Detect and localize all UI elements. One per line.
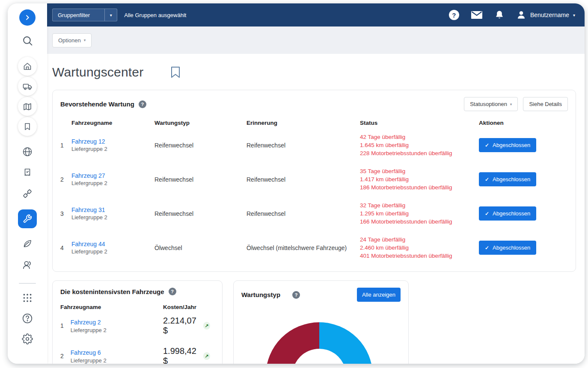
vehicle-link[interactable]: Fahrzeug 31	[71, 206, 105, 213]
vehicle-group: Liefergruppe 2	[71, 146, 154, 152]
caret-down-icon: ▾	[110, 13, 112, 18]
maintenance-type-donut[interactable]	[266, 322, 373, 364]
vehicle-group: Liefergruppe 2	[71, 214, 154, 221]
row-index: 2	[60, 176, 71, 183]
see-details-label: Siehe Details	[529, 101, 562, 107]
maintenance-type-cell: Ölwechsel	[154, 244, 246, 251]
status-cell: 42 Tage überfällig 1.645 km überfällig 2…	[360, 133, 479, 157]
cost-value: 1.998,42 $	[163, 346, 200, 364]
caret-down-icon: ▾	[84, 38, 86, 42]
trend-up-icon: ↗	[203, 322, 210, 330]
bell-icon	[494, 10, 505, 20]
column-vehicle: Fahrzeugname	[60, 304, 163, 310]
status-cell: 24 Tage überfällig 2.460 km überfällig 4…	[360, 236, 479, 260]
table-row: 2 Fahrzeug 6 Liefergruppe 2 1.998,42 $ ↗	[60, 341, 214, 364]
table-row: 1 Fahrzeug 12 Liefergruppe 2 Reifenwechs…	[60, 128, 568, 162]
help-button[interactable]: ?	[449, 10, 459, 20]
vehicle-link[interactable]: Fahrzeug 44	[71, 241, 105, 247]
vehicle-cell: Fahrzeug 44 Liefergruppe 2	[71, 241, 154, 255]
status-line: 32 Tage überfällig	[360, 201, 479, 209]
sidebar-item-help[interactable]	[22, 313, 33, 324]
complete-button[interactable]: ✓ Abgeschlossen	[479, 206, 536, 221]
globe-icon	[22, 146, 33, 157]
see-details-button[interactable]: Siehe Details	[523, 97, 568, 111]
caret-down-icon: ▾	[510, 102, 512, 106]
row-index: 4	[60, 244, 71, 251]
maintenance-type-cell: Reifenwechsel	[154, 210, 246, 217]
help-tooltip-icon[interactable]: ?	[169, 288, 176, 295]
complete-button[interactable]: ✓ Abgeschlossen	[479, 241, 536, 255]
status-line: 2.460 km überfällig	[360, 244, 479, 252]
apps-grid-icon	[22, 292, 33, 303]
sidebar-item-maintenance-active[interactable]	[18, 209, 37, 228]
status-cell: 35 Tage überfällig 1.417 km überfällig 1…	[360, 167, 479, 191]
topbar-right-group: ? Benutzername ▾	[449, 10, 575, 20]
app-window: Gruppenfilter ▾ Alle Gruppen ausgewählt …	[8, 3, 585, 364]
status-line: 35 Tage überfällig	[360, 167, 479, 175]
vehicle-group: Liefergruppe 2	[71, 327, 107, 333]
options-button[interactable]: Optionen ▾	[52, 33, 92, 47]
vehicle-link[interactable]: Fahrzeug 27	[71, 172, 105, 179]
status-line: 228 Motorbetriebsstunden überfällig	[360, 149, 479, 157]
sidebar-expand-button[interactable]	[19, 9, 36, 26]
vehicle-link[interactable]: Fahrzeug 12	[71, 138, 105, 145]
complete-label: Abgeschlossen	[493, 210, 530, 217]
leaf-icon	[22, 238, 33, 249]
help-tooltip-icon[interactable]: ?	[292, 291, 300, 299]
wrench-icon	[23, 214, 32, 224]
sidebar-item-apps[interactable]	[22, 292, 33, 303]
sidebar-item-global[interactable]	[22, 146, 33, 157]
status-line: 401 Motorbetriebsstunden überfällig	[360, 252, 479, 260]
upcoming-maintenance-card: Bevorstehende Wartung ? Statusoptionen ▾…	[52, 90, 576, 272]
notifications-button[interactable]	[494, 10, 505, 20]
sidebar-item-search[interactable]	[22, 35, 33, 47]
mail-icon	[471, 11, 483, 19]
check-icon: ✓	[485, 177, 489, 183]
sidebar-item-contacts[interactable]	[22, 259, 33, 270]
sidebar-item-integrations[interactable]	[22, 188, 33, 199]
sidebar-item-map[interactable]	[18, 97, 37, 116]
messages-button[interactable]	[471, 11, 483, 19]
bookmark-page-button[interactable]	[170, 66, 181, 79]
table-header-row: Fahrzeugname Wartungstyp Erinnerung Stat…	[60, 120, 568, 128]
username-label: Benutzername	[530, 12, 569, 18]
help-tooltip-icon[interactable]: ?	[139, 100, 146, 108]
complete-button[interactable]: ✓ Abgeschlossen	[479, 138, 536, 152]
sidebar-item-settings[interactable]	[22, 333, 33, 344]
upcoming-card-title: Bevorstehende Wartung	[60, 100, 134, 108]
table-header-row: Fahrzeugname Kosten/Jahr	[60, 304, 214, 310]
check-icon: ✓	[485, 245, 489, 251]
sidebar-item-saved[interactable]	[18, 117, 37, 136]
sidebar-nav-group	[18, 146, 37, 270]
sidebar-item-home[interactable]	[18, 57, 37, 76]
row-index: 1	[60, 322, 64, 329]
page-title: Wartungscenter	[52, 65, 143, 79]
status-line: 1.295 km überfällig	[360, 209, 479, 218]
bookmark-icon	[23, 122, 32, 131]
row-index: 2	[60, 353, 64, 359]
chevron-right-icon	[24, 14, 31, 21]
map-icon	[23, 102, 32, 111]
table-row: 4 Fahrzeug 44 Liefergruppe 2 Ölwechsel Ö…	[60, 230, 568, 265]
reminder-cell: Reifenwechsel	[246, 142, 360, 149]
sidebar-item-vehicles[interactable]	[18, 77, 37, 96]
vehicle-group: Liefergruppe 2	[71, 180, 154, 186]
status-options-button[interactable]: Statusoptionen ▾	[464, 97, 518, 111]
sidebar-item-inspections[interactable]	[22, 168, 33, 178]
vehicle-link[interactable]: Fahrzeug 6	[71, 349, 101, 356]
vehicle-link[interactable]: Fahrzeug 2	[71, 319, 101, 326]
question-mark-icon: ?	[171, 289, 174, 294]
maintenance-type-cell: Reifenwechsel	[154, 176, 246, 183]
status-cell: 32 Tage überfällig 1.295 km überfällig 1…	[360, 201, 479, 226]
complete-button[interactable]: ✓ Abgeschlossen	[479, 172, 536, 186]
vehicle-cell: Fahrzeug 12 Liefergruppe 2	[71, 138, 154, 152]
vehicle-cell: Fahrzeug 2 Liefergruppe 2	[71, 318, 107, 333]
show-all-button[interactable]: Alle anzeigen	[357, 288, 401, 302]
sidebar-item-sustainability[interactable]	[22, 238, 33, 249]
row-index: 3	[60, 210, 71, 217]
group-filter-select[interactable]: Gruppenfilter ▾	[52, 9, 117, 21]
check-icon: ✓	[485, 142, 489, 148]
group-filter-caret-box[interactable]: ▾	[104, 9, 117, 21]
vehicle-cell: Fahrzeug 31 Liefergruppe 2	[71, 206, 154, 221]
user-menu[interactable]: Benutzername ▾	[516, 10, 575, 20]
